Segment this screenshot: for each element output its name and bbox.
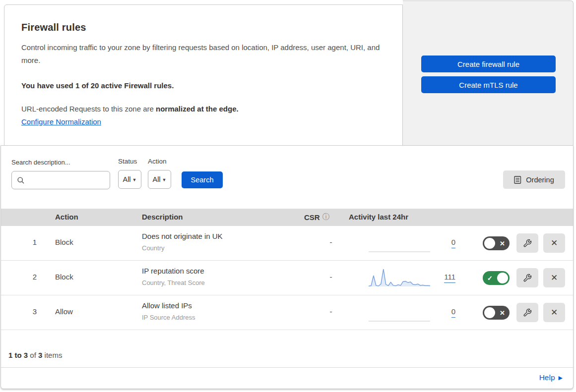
normalization-note: URL-encoded Requests to this zone are no… — [21, 105, 387, 113]
rule-description: IP reputation score — [142, 267, 204, 275]
csr-label: CSR — [304, 213, 320, 222]
configure-normalization-link[interactable]: Configure Normalization — [21, 117, 101, 126]
actions-side-panel: Create firewall rule Create mTLS rule — [403, 0, 574, 145]
action-filter-label: Action — [148, 158, 167, 165]
check-icon: ✓ — [487, 275, 493, 282]
search-label: Search description... — [11, 159, 70, 166]
table-row: 2 Block IP reputation score Country, Thr… — [1, 261, 573, 295]
rule-priority: 3 — [26, 307, 44, 316]
page-description: Control incoming traffic to your zone by… — [21, 41, 391, 67]
search-icon — [17, 176, 25, 184]
ordering-list-icon — [514, 176, 521, 184]
wrench-icon — [523, 274, 532, 282]
activity-count-cell: 0 — [426, 307, 455, 318]
create-mtls-rule-button[interactable]: Create mTLS rule — [421, 76, 556, 93]
rule-action: Allow — [55, 307, 73, 316]
search-input[interactable] — [25, 176, 99, 184]
items-count: 1 to 3 of 3 items — [8, 351, 62, 359]
status-filter-label: Status — [118, 158, 137, 165]
page-title: Firewall rules — [21, 22, 387, 33]
rule-enabled-toggle[interactable]: ✓ ✕ — [483, 271, 510, 285]
rule-priority: 1 — [26, 238, 44, 246]
rule-action: Block — [55, 238, 73, 246]
edit-rule-button[interactable] — [516, 268, 538, 287]
create-firewall-rule-button[interactable]: Create firewall rule — [421, 56, 556, 72]
ordering-button[interactable]: Ordering — [503, 170, 565, 189]
rule-csr-value: - — [323, 238, 338, 246]
column-header-action: Action — [55, 213, 78, 221]
activity-count-link[interactable]: 0 — [451, 307, 455, 318]
toggle-knob — [497, 273, 508, 283]
rule-priority: 2 — [26, 273, 44, 281]
delete-rule-button[interactable]: ✕ — [543, 303, 565, 322]
table-row: 3 Allow Allow listed IPs IP Source Addre… — [1, 295, 573, 330]
chevron-down-icon: ▼ — [132, 176, 137, 182]
column-header-csr: CSR ⓘ — [304, 213, 329, 222]
status-dropdown-value: All — [123, 175, 130, 183]
items-of: of — [28, 351, 38, 359]
rule-enabled-toggle[interactable]: ✓ ✕ — [483, 236, 510, 250]
activity-sparkline — [368, 302, 431, 324]
items-word: items — [42, 351, 62, 359]
rule-fields: IP Source Address — [142, 314, 195, 321]
status-dropdown[interactable]: All ▼ — [118, 170, 141, 189]
close-icon: ✕ — [551, 307, 558, 318]
arrow-right-icon: ▶ — [559, 374, 563, 381]
activity-count-cell: 111 — [426, 273, 455, 283]
rule-fields: Country, Threat Score — [142, 279, 205, 286]
chevron-down-icon: ▼ — [162, 176, 167, 182]
info-icon[interactable]: ⓘ — [322, 213, 329, 222]
toggle-knob — [484, 307, 495, 318]
rule-action: Block — [55, 273, 73, 281]
action-dropdown[interactable]: All ▼ — [148, 170, 171, 189]
column-header-description: Description — [142, 213, 183, 221]
usage-note: You have used 1 of 20 active Firewall ru… — [21, 81, 387, 90]
firewall-rules-page: Firewall rules Control incoming traffic … — [0, 0, 576, 392]
activity-count-link[interactable]: 0 — [451, 238, 455, 248]
column-header-activity: Activity last 24hr — [349, 213, 408, 221]
activity-count-link[interactable]: 111 — [444, 273, 455, 283]
x-icon: ✕ — [500, 309, 505, 317]
rule-csr-value: - — [323, 307, 338, 316]
activity-sparkline — [368, 267, 431, 289]
activity-sparkline — [368, 232, 431, 254]
rule-fields: Country — [142, 244, 165, 252]
close-icon: ✕ — [551, 273, 558, 283]
rule-enabled-toggle[interactable]: ✓ ✕ — [483, 306, 510, 320]
wrench-icon — [523, 308, 532, 317]
rule-description: Allow listed IPs — [142, 301, 192, 310]
edit-rule-button[interactable] — [516, 303, 538, 322]
wrench-icon — [523, 239, 532, 248]
toggle-knob — [484, 238, 495, 249]
items-range: 1 to 3 — [8, 351, 28, 359]
rule-description: Does not originate in UK — [142, 232, 223, 240]
search-button[interactable]: Search — [182, 171, 223, 188]
help-label: Help — [539, 373, 555, 382]
action-dropdown-value: All — [152, 175, 160, 183]
rule-csr-value: - — [323, 273, 338, 281]
activity-count-cell: 0 — [426, 238, 455, 248]
normalization-text: URL-encoded Requests to this zone are — [21, 105, 156, 113]
x-icon: ✕ — [500, 240, 505, 247]
table-row: 1 Block Does not originate in UK Country… — [1, 226, 573, 261]
delete-rule-button[interactable]: ✕ — [543, 233, 565, 253]
help-link[interactable]: Help ▶ — [539, 373, 563, 382]
close-icon: ✕ — [551, 238, 558, 248]
edit-rule-button[interactable] — [516, 233, 538, 253]
table-header: Action Description CSR ⓘ Activity last 2… — [1, 209, 573, 226]
intro-card: Firewall rules Control incoming traffic … — [4, 4, 403, 146]
rules-list-panel: Search description... Status All ▼ Actio… — [0, 145, 574, 389]
delete-rule-button[interactable]: ✕ — [543, 268, 565, 287]
search-input-wrap[interactable] — [11, 171, 110, 189]
footer-divider — [1, 367, 573, 368]
normalization-bold-text: normalized at the edge. — [156, 105, 239, 113]
ordering-button-label: Ordering — [526, 176, 554, 184]
